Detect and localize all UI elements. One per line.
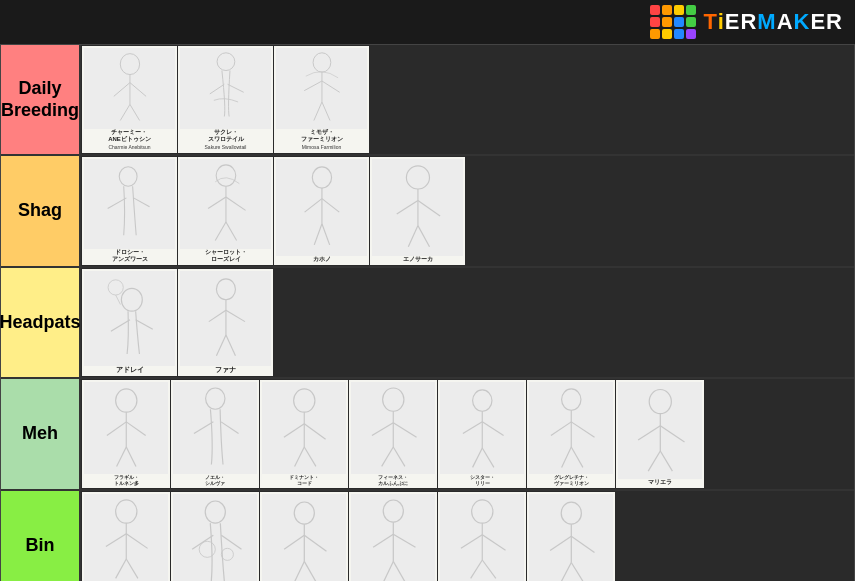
logo-dot [674, 5, 684, 15]
card-bin-6[interactable]: ソル・マロン [527, 492, 615, 581]
svg-line-32 [396, 201, 417, 214]
character-sketch [533, 499, 609, 581]
card-meh-2[interactable]: ノエル・ シルヴァ [171, 380, 259, 487]
empty-shag [466, 157, 853, 264]
logo-dot [662, 17, 672, 27]
character-sketch [266, 499, 342, 581]
card-shag-1[interactable]: ドロシー・ アンズワース [82, 157, 177, 264]
tier-cards-meh: フラギル・ トルネン多 [81, 379, 854, 488]
sketch-meh-4 [351, 382, 435, 473]
card-daily-2[interactable]: サクレ・ スワロテイル Sakure Swallowtail [178, 46, 273, 153]
svg-line-45 [216, 335, 226, 356]
svg-line-100 [305, 535, 327, 551]
tier-cards-daily: チャーミー・ ANEビトゥシン Charmie Anebitsun [81, 45, 854, 154]
card-daily-1[interactable]: チャーミー・ ANEビトゥシン Charmie Anebitsun [82, 46, 177, 153]
svg-point-0 [120, 54, 139, 75]
card-sub-daily-3: Mimosa Farmilion [276, 143, 367, 152]
character-sketch [88, 498, 164, 580]
svg-line-38 [135, 319, 152, 329]
svg-line-83 [661, 426, 685, 442]
svg-line-43 [208, 310, 225, 321]
svg-line-106 [394, 534, 416, 547]
card-bin-5[interactable]: レベッカ・ スカーレット [438, 492, 526, 581]
sketch-bin-5 [440, 494, 524, 581]
svg-line-4 [120, 104, 130, 120]
svg-line-12 [321, 81, 339, 92]
svg-line-77 [571, 422, 594, 437]
svg-line-44 [225, 310, 244, 321]
card-bin-1[interactable]: キブラ・ シルヴァ [82, 492, 170, 581]
tier-row-shag: Shag ドロシー・ アン [1, 156, 854, 267]
svg-line-119 [560, 562, 571, 581]
svg-point-86 [116, 500, 137, 523]
svg-point-18 [216, 165, 236, 186]
tier-table: Daily Breeding [0, 44, 855, 581]
card-meh-4[interactable]: フィーネス・ カルふんぶに [349, 380, 437, 487]
svg-line-13 [313, 102, 321, 121]
card-shag-2[interactable]: シャーロット・ ローズレイ [178, 157, 273, 264]
logo-dot [686, 17, 696, 27]
character-sketch [185, 276, 267, 362]
tier-label-shag: Shag [1, 156, 81, 265]
svg-point-62 [383, 388, 404, 411]
character-sketch [533, 387, 609, 469]
character-sketch [88, 387, 164, 469]
character-sketch [355, 499, 431, 581]
logo-text: TiERMAKER [704, 9, 843, 35]
card-bin-4[interactable]: グレイ [349, 492, 437, 581]
card-meh-6[interactable]: グレグレチナ・ ヴァーミリオン [527, 380, 615, 487]
card-shag-4[interactable]: エノサーカ [370, 157, 465, 264]
tier-row-headpats: Headpats [1, 268, 854, 379]
card-meh-5[interactable]: シスター・ リリー [438, 380, 526, 487]
card-shag-3[interactable]: カホノ [274, 157, 369, 264]
svg-line-8 [227, 84, 243, 92]
card-bin-2[interactable]: 楓木王 [171, 492, 259, 581]
svg-line-55 [221, 422, 238, 434]
svg-point-6 [217, 53, 235, 71]
svg-line-72 [473, 448, 483, 467]
svg-point-92 [205, 501, 225, 523]
card-name-meh-5: シスター・ リリー [470, 474, 495, 486]
tier-label-bin: Bin [1, 491, 81, 581]
svg-line-37 [110, 319, 129, 330]
card-meh-7[interactable]: マリエラ [616, 380, 704, 487]
svg-line-73 [482, 448, 494, 467]
svg-point-68 [473, 390, 492, 411]
svg-line-61 [304, 447, 316, 466]
svg-line-17 [133, 198, 149, 207]
svg-line-89 [126, 534, 147, 549]
card-bin-3[interactable]: サリー [260, 492, 348, 581]
card-headpats-1[interactable]: アドレイ [82, 269, 177, 376]
tier-row-bin: Bin [1, 491, 854, 581]
svg-line-67 [393, 447, 405, 466]
card-name-daily-2: サクレ・ スワロテイル [208, 129, 244, 143]
svg-line-78 [562, 447, 572, 467]
character-sketch [177, 499, 253, 581]
svg-line-111 [461, 535, 482, 549]
logo-dot [650, 5, 660, 15]
svg-line-23 [225, 222, 236, 241]
character-sketch [89, 164, 171, 244]
character-sketch [89, 52, 171, 125]
svg-point-97 [294, 502, 314, 524]
svg-point-53 [206, 388, 225, 409]
svg-line-70 [463, 422, 482, 434]
character-sketch [281, 52, 363, 125]
svg-line-65 [393, 423, 416, 438]
svg-line-46 [225, 335, 235, 356]
sketch-daily-1 [84, 48, 175, 129]
card-name-headpats-1: アドレイ [116, 366, 144, 374]
svg-point-95 [199, 541, 215, 557]
sketch-bin-4 [351, 494, 435, 581]
logo-dot [674, 29, 684, 39]
card-meh-1[interactable]: フラギル・ トルネン多 [82, 380, 170, 487]
sketch-daily-2 [180, 48, 271, 129]
card-daily-3[interactable]: ミモザ・ ファーミリオン Mimosa Farmilion [274, 46, 369, 153]
card-meh-3[interactable]: ドミナント・ コード [260, 380, 348, 487]
svg-line-79 [571, 447, 583, 467]
svg-line-20 [208, 197, 226, 209]
sketch-shag-2 [180, 159, 271, 248]
card-sub-daily-1: Charmie Anebitsun [84, 143, 175, 152]
tier-row-meh: Meh [1, 379, 854, 490]
card-headpats-2[interactable]: ファナ [178, 269, 273, 376]
